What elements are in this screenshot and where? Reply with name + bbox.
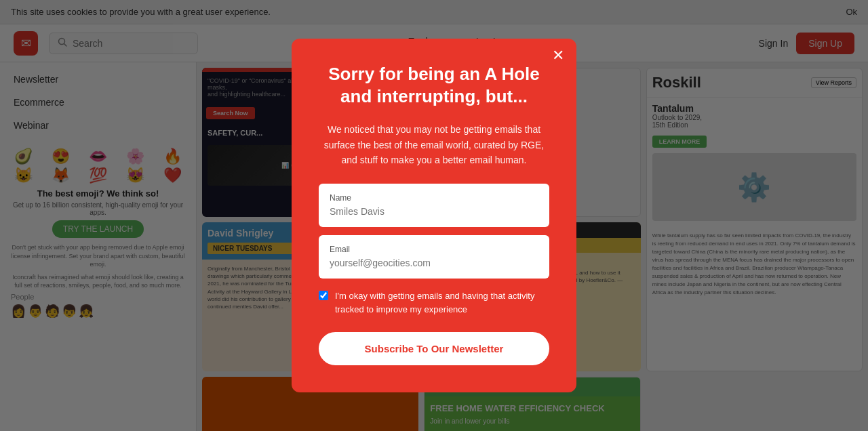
email-label: Email [330, 245, 538, 254]
modal-checkbox-row: I'm okay with getting emails and having … [319, 289, 549, 316]
consent-text: I'm okay with getting emails and having … [335, 289, 549, 316]
modal-overlay: ✕ Sorry for being an A Hole and interrup… [0, 0, 868, 431]
name-label: Name [330, 193, 538, 203]
subscribe-button[interactable]: Subscribe To Our Newsletter [319, 332, 549, 365]
modal: ✕ Sorry for being an A Hole and interrup… [292, 39, 576, 393]
modal-name-field: Name [319, 184, 549, 227]
modal-close-button[interactable]: ✕ [552, 48, 564, 63]
name-input[interactable] [330, 206, 538, 217]
modal-email-field: Email [319, 235, 549, 279]
email-input[interactable] [330, 258, 538, 268]
modal-description: We noticed that you may not be getting e… [319, 122, 549, 167]
modal-title: Sorry for being an A Hole and interrupti… [319, 63, 549, 109]
consent-checkbox[interactable] [319, 291, 328, 300]
